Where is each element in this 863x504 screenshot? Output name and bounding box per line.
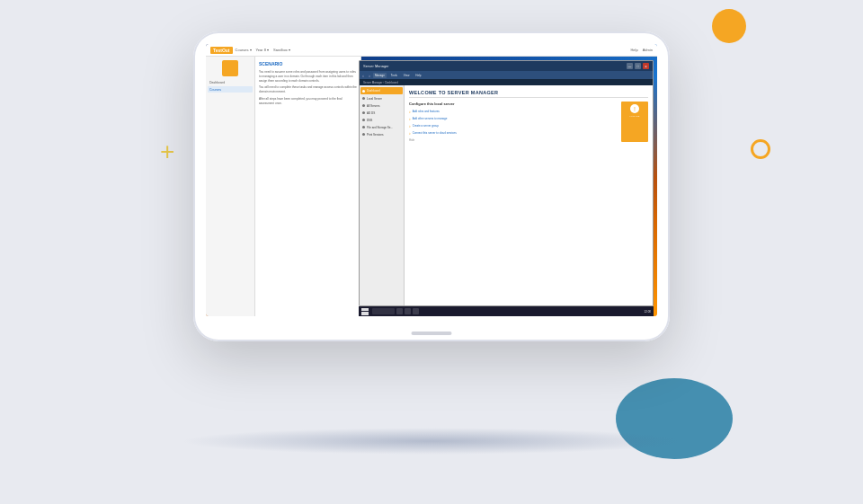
sm-config-item-4[interactable]: › Connect this server to cloud services	[409, 130, 617, 136]
taskbar-icon-1[interactable]	[396, 308, 403, 314]
text-panel-body: You need to assume some roles and passwo…	[259, 70, 357, 83]
server-manager-window[interactable]: Server Manager ─ □ × ‹ › Manage Tools Vi…	[359, 60, 654, 306]
win-taskbar: 12:00	[359, 306, 654, 316]
sm-sidebar-item-local[interactable]: Local Server	[360, 95, 403, 102]
taskbar-right: 12:00	[644, 310, 651, 314]
sm-close-btn[interactable]: ×	[643, 63, 649, 69]
sm-sidebar-item-files[interactable]: File and Storage Se...	[360, 124, 403, 130]
nav-courses[interactable]: Courses ▾	[236, 48, 252, 52]
device-frame: TestOut Courses ▾ Year 8 ▾ Sandbox ▾ Hel…	[193, 31, 670, 341]
textout-topbar: TestOut Courses ▾ Year 8 ▾ Sandbox ▾ Hel…	[206, 44, 657, 57]
sidebar-item-dashboard[interactable]: Dashboard	[208, 79, 253, 85]
sm-toolbar-tools[interactable]: Tools	[389, 73, 399, 78]
sm-breadcrumb-text: Server Manager › Dashboard	[363, 81, 398, 84]
sm-sidebar-item-print[interactable]: Print Services	[360, 131, 403, 137]
sidebar-item-courses[interactable]: Courses	[208, 86, 253, 93]
sm-sidebar-item-dns[interactable]: DNS	[360, 117, 403, 123]
sm-window-sidebar: Dashboard Local Server All Servers	[360, 85, 405, 305]
textout-right: Help Admin	[630, 48, 653, 52]
sm-configure-left: Configure this local server › Add roles …	[409, 102, 617, 142]
sm-orange-text: MANAGE	[630, 115, 640, 118]
sm-orange-icon: !	[630, 104, 639, 113]
sm-toolbar-nav-back[interactable]: ‹	[362, 73, 364, 78]
textout-nav: Courses ▾ Year 8 ▾ Sandbox ▾	[236, 48, 290, 52]
content-sidebar: Dashboard Courses	[206, 57, 255, 316]
sm-orange-panel: ! MANAGE	[621, 102, 648, 142]
sm-titlebar: Server Manager ─ □ ×	[360, 61, 653, 71]
taskbar-icon-3[interactable]	[413, 308, 419, 314]
sm-minimize-btn[interactable]: ─	[627, 63, 633, 69]
sm-breadcrumb-bar: Server Manager › Dashboard	[360, 79, 653, 85]
sm-toolbar-view[interactable]: View	[402, 73, 411, 78]
sm-sidebar-item-dashboard[interactable]: Dashboard	[360, 87, 403, 94]
device-shadow	[180, 428, 683, 455]
sm-sidebar-item-adds[interactable]: AD DS	[360, 110, 403, 116]
sm-window-controls: ─ □ ×	[627, 63, 649, 69]
taskbar-search[interactable]	[372, 308, 395, 314]
device-home-indicator	[412, 332, 452, 335]
screen: TestOut Courses ▾ Year 8 ▾ Sandbox ▾ Hel…	[206, 44, 657, 316]
sidebar-user-avatar	[222, 60, 238, 76]
sm-config-item-1[interactable]: › Add roles and features	[409, 109, 617, 114]
sm-configure-section: Configure this local server › Add roles …	[409, 102, 648, 142]
text-panel-note: After all steps have been completed, you…	[259, 97, 357, 106]
main-scene: + TestOut Courses ▾ Year 8 ▾ Sandbox ▾ H…	[0, 0, 863, 504]
sm-welcome-heading: WELCOME TO SERVER MANAGER	[409, 90, 648, 98]
sm-toolbar: ‹ › Manage Tools View Help	[360, 71, 653, 79]
taskbar-time: 12:00	[644, 310, 651, 314]
text-panel-title: SCENARIO	[259, 61, 357, 66]
taskbar-icon-2[interactable]	[405, 308, 411, 314]
nav-help[interactable]: Help	[630, 48, 637, 52]
text-content-panel: SCENARIO You need to assume some roles a…	[255, 57, 361, 316]
sm-toolbar-help[interactable]: Help	[414, 73, 423, 78]
sm-main-content: WELCOME TO SERVER MANAGER Configure this…	[405, 85, 653, 305]
textout-logo: TestOut	[210, 47, 233, 54]
sm-maximize-btn[interactable]: □	[635, 63, 641, 69]
sm-config-item-3[interactable]: › Create a server group	[409, 123, 617, 128]
text-panel-extra: You will need to complete these tasks an…	[259, 85, 357, 94]
sm-toolbar-manage[interactable]: Manage	[373, 73, 387, 78]
sm-configure-title: Configure this local server	[409, 102, 617, 106]
sm-toolbar-nav-fwd[interactable]: ›	[369, 73, 370, 78]
nav-sandbox[interactable]: Sandbox ▾	[273, 48, 290, 52]
nav-admin[interactable]: Admin	[643, 48, 653, 52]
sm-hide-link[interactable]: Hide	[409, 138, 617, 142]
sm-config-item-2[interactable]: › Add other servers to manage	[409, 116, 617, 121]
decoration-circle-top-right	[712, 9, 746, 43]
sm-body: Dashboard Local Server All Servers	[360, 85, 653, 305]
decoration-plus: +	[160, 139, 174, 164]
win-start-button[interactable]	[361, 308, 369, 315]
sm-sidebar-item-all[interactable]: All Servers	[360, 102, 403, 109]
sm-title-text: Server Manager	[363, 64, 627, 68]
decoration-circle-right-outline	[751, 139, 770, 159]
nav-year[interactable]: Year 8 ▾	[256, 48, 270, 52]
